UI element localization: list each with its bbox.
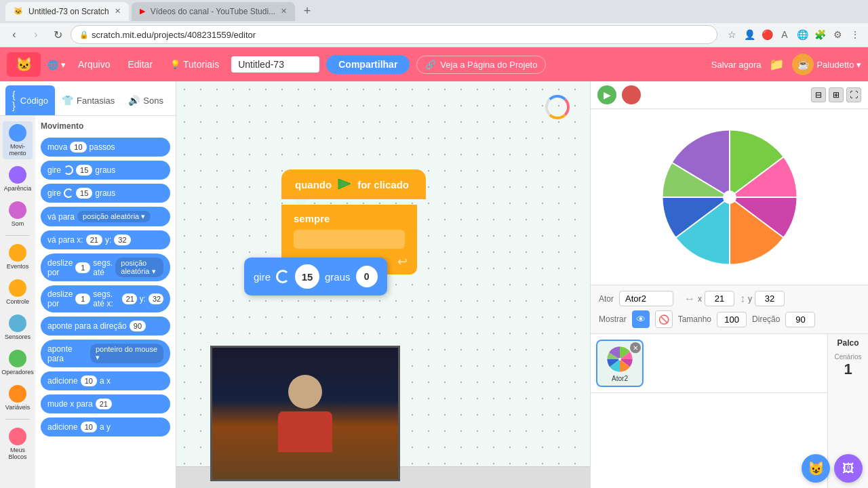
tab-code[interactable]: { } Código <box>5 85 55 115</box>
tab-bar: 🐱 Untitled-73 on Scratch ✕ ▶ Vídeos do c… <box>0 0 868 23</box>
profile-icon[interactable]: 👤 <box>742 27 757 42</box>
refresh-button[interactable]: ↻ <box>49 26 66 43</box>
add-backdrop-icon: 🖼 <box>842 462 854 476</box>
ext4-icon[interactable]: 🧩 <box>812 27 827 42</box>
red-stop-button[interactable] <box>622 85 641 104</box>
green-flag-button[interactable] <box>597 85 616 104</box>
operadores-circle <box>9 350 26 367</box>
gire-value-input[interactable]: 15 <box>295 264 319 289</box>
tutoriais-menu[interactable]: 💡 Tutoriais <box>165 56 224 73</box>
normal-stage-btn[interactable]: ⊞ <box>829 87 844 102</box>
ext3-icon[interactable]: 🌐 <box>795 27 810 42</box>
webcam-bg <box>212 348 398 479</box>
globe-menu[interactable]: 🌐 ▾ <box>47 60 66 70</box>
code-area[interactable]: quando for clicado sempre ↩ <box>176 81 590 488</box>
block-mude-x[interactable]: mude x para 21 <box>41 394 170 413</box>
svg-point-10 <box>723 190 736 204</box>
category-sensores[interactable]: Sensores <box>3 312 33 343</box>
quando-text: quando <box>295 179 332 190</box>
arquivo-menu[interactable]: Arquivo <box>73 56 115 73</box>
y-input[interactable] <box>755 291 785 306</box>
ext1-icon[interactable]: 🔴 <box>760 27 774 42</box>
category-som[interactable]: Som <box>3 199 33 230</box>
small-stage-btn[interactable]: ⊟ <box>811 87 826 102</box>
bookmark-icon[interactable]: ☆ <box>724 27 739 42</box>
ator-label: Ator <box>599 294 614 304</box>
blocks-list: Movimento mova 10 passos gire 15 graus <box>35 116 176 488</box>
direcao-input[interactable] <box>785 312 815 327</box>
ext2-icon[interactable]: A <box>777 27 792 42</box>
view-page-button[interactable]: 🔗 Veja a Página do Projeto <box>416 56 546 74</box>
som-label: Som <box>12 220 24 227</box>
share-button[interactable]: Compartilhar <box>326 55 410 74</box>
tab-youtube-close[interactable]: ✕ <box>281 7 287 16</box>
category-controle[interactable]: Controle <box>3 277 33 308</box>
tab-scratch[interactable]: 🐱 Untitled-73 on Scratch ✕ <box>5 2 129 21</box>
tamanho-input[interactable] <box>717 312 747 327</box>
quando-hat[interactable]: quando for clicado <box>281 169 426 199</box>
scratch-logo[interactable]: 🐱 <box>7 52 41 77</box>
back-button[interactable]: ‹ <box>5 26 23 43</box>
menu-btn[interactable]: ⋮ <box>848 27 863 42</box>
user-menu[interactable]: ☕ Paludetto ▾ <box>792 54 861 75</box>
block-adicione-ay[interactable]: adicione 10 a y <box>41 418 170 436</box>
sprite-delete-btn[interactable]: ✕ <box>630 342 641 353</box>
meus-blocos-label: Meus Blocos <box>4 447 31 460</box>
block-mova[interactable]: mova 10 passos <box>41 138 170 157</box>
category-meus-blocos[interactable]: Meus Blocos <box>3 425 33 463</box>
aparencia-label: Aparência <box>4 185 32 192</box>
block-aponte-direcao[interactable]: aponte para a direção 90 <box>41 317 170 336</box>
fullscreen-btn[interactable]: ⛶ <box>846 87 861 102</box>
user-btn[interactable]: ⚙ <box>830 27 845 42</box>
som-circle <box>9 201 26 219</box>
add-backdrop-button[interactable]: 🖼 <box>834 454 863 483</box>
tab-scratch-close[interactable]: ✕ <box>115 7 121 16</box>
cat-separator-1 <box>5 235 30 236</box>
rotate-left-icon <box>64 188 73 198</box>
block-gire-left[interactable]: gire 15 graus <box>41 184 170 203</box>
new-tab-button[interactable]: + <box>298 2 317 21</box>
forward-button[interactable]: › <box>27 26 45 43</box>
block-adicione-ax[interactable]: adicione 10 a x <box>41 371 170 390</box>
tab-costumes[interactable]: 👕 Fantasias <box>55 85 121 115</box>
tab-youtube-label: Vídeos do canal - YouTube Studi... <box>151 7 275 16</box>
movimento-label: Movi-mento <box>4 143 31 157</box>
url-bar[interactable]: 🔒 scratch.mit.edu/projects/408231559/edi… <box>71 25 717 44</box>
gire-zero-input[interactable]: 0 <box>356 266 378 287</box>
category-variaveis[interactable]: Variáveis <box>3 382 33 413</box>
tab-youtube[interactable]: ▶ Vídeos do canal - YouTube Studi... ✕ <box>132 2 295 21</box>
sprite-thumb-ator2[interactable]: ✕ <box>596 340 644 387</box>
y-label: y <box>748 294 752 304</box>
sprite-name-input[interactable] <box>619 291 673 306</box>
folder-icon[interactable]: 📁 <box>769 57 784 72</box>
username-label: Paludetto ▾ <box>816 60 861 70</box>
x-input[interactable] <box>705 291 734 306</box>
code-area-spinner <box>545 95 570 119</box>
cenarios-label: Cenários <box>832 353 864 361</box>
block-va-para-xy[interactable]: vá para x: 21 y: 32 <box>41 230 170 249</box>
block-aponte-para[interactable]: aponte para ponteiro do mouse ▾ <box>41 340 170 367</box>
save-now-button[interactable]: Salvar agora <box>711 60 762 70</box>
tutoriais-icon: 💡 <box>170 60 180 69</box>
gire-floating-block[interactable]: gire 15 graus 0 <box>244 258 387 296</box>
hide-button[interactable]: 🚫 <box>655 310 673 328</box>
meus-blocos-circle <box>9 428 26 445</box>
project-name-input[interactable] <box>231 56 319 73</box>
editar-menu[interactable]: Editar <box>122 56 158 73</box>
arrows-icon: ↔ <box>684 293 695 305</box>
block-deslize-2[interactable]: deslize por 1 segs. até x: 21 y: 32 <box>41 285 170 312</box>
category-sidebar: Movi-mento Aparência Som Eventos <box>0 116 35 488</box>
category-movimento[interactable]: Movi-mento <box>3 121 33 159</box>
block-va-para[interactable]: vá para posição aleatória ▾ <box>41 207 170 226</box>
view-page-icon: 🔗 <box>425 60 436 70</box>
block-gire-right[interactable]: gire 15 graus <box>41 161 170 180</box>
tab-scratch-label: Untitled-73 on Scratch <box>28 7 109 16</box>
category-operadores[interactable]: Operadores <box>3 347 33 378</box>
add-sprite-button[interactable]: 😺 <box>802 454 830 483</box>
tamanho-label: Tamanho <box>678 314 711 324</box>
show-button[interactable]: 👁 <box>632 310 650 328</box>
category-eventos[interactable]: Eventos <box>3 241 33 272</box>
tab-sounds[interactable]: 🔊 Sons <box>121 85 170 115</box>
block-deslize-1[interactable]: deslize por 1 segs. até posição aleatóri… <box>41 253 170 281</box>
category-aparencia[interactable]: Aparência <box>3 163 33 195</box>
